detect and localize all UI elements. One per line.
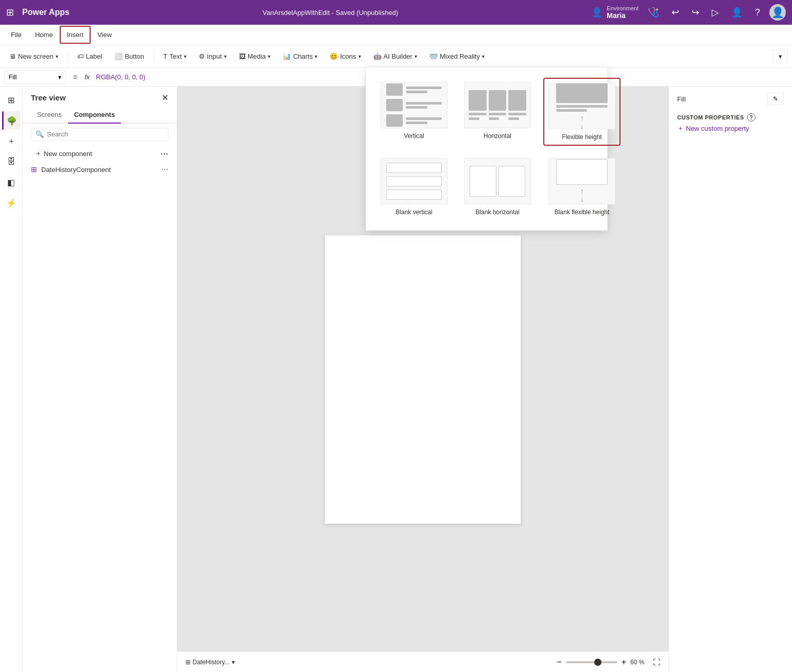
new-screen-button[interactable]: 🖥 New screen ▾	[4, 50, 63, 63]
mixed-reality-icon: 🥽	[429, 53, 438, 60]
equals-button[interactable]: =	[70, 72, 80, 82]
fill-selector[interactable]: Fill ▾	[4, 71, 66, 84]
charts-chevron: ▾	[315, 54, 317, 59]
canvas-frame	[325, 235, 521, 524]
new-screen-chevron: ▾	[56, 54, 58, 59]
fx-label: fx	[84, 73, 90, 81]
media-button[interactable]: 🖼 Media ▾	[234, 50, 276, 63]
dropdown-item-blank-horizontal[interactable]: Blank horizontal	[460, 154, 535, 220]
blank-vertical-label: Blank vertical	[395, 209, 432, 216]
dropdown-item-blank-flexible-height[interactable]: ↑ ↓ Blank flexible height	[543, 154, 621, 220]
custom-props-header: CUSTOM PROPERTIES ?	[677, 113, 784, 122]
separator-1	[67, 50, 68, 63]
tree-item-more-icon[interactable]: ⋯	[161, 165, 168, 174]
sidebar-power-icon[interactable]: ⚡	[2, 194, 21, 212]
button-icon: ⬜	[114, 53, 123, 60]
tree-view-close-button[interactable]: ✕	[162, 93, 168, 102]
dropdown-item-horizontal[interactable]: Horizontal	[460, 78, 535, 146]
flexible-height-thumb: ↑ ↓	[548, 83, 615, 129]
custom-props-help-icon[interactable]: ?	[747, 113, 755, 122]
tab-screens[interactable]: Screens	[31, 107, 68, 124]
fill-selector-chevron: ▾	[58, 74, 61, 81]
app-name: Power Apps	[22, 8, 70, 17]
label-button[interactable]: 🏷 Label	[72, 50, 108, 63]
bottom-bar: ⊞ DateHistory... ▾ − + 60 % ⛶	[177, 651, 668, 672]
vertical-label: Vertical	[404, 132, 424, 140]
fill-label: Fill	[677, 95, 686, 103]
blank-horizontal-thumb	[464, 158, 531, 204]
undo-icon[interactable]: ↩	[667, 5, 683, 20]
dropdown-item-flexible-height[interactable]: ↑ ↓ Flexible height	[543, 78, 621, 146]
bottom-tab-chevron: ▾	[232, 659, 235, 666]
tree-items: ⊞ DateHistoryComponent ⋯	[23, 162, 177, 672]
new-component-more-button[interactable]: ⋯	[160, 149, 168, 159]
ai-builder-button[interactable]: 🤖 AI Builder ▾	[368, 50, 422, 63]
separator-2	[153, 50, 154, 63]
new-component-plus-icon: ＋	[35, 149, 42, 158]
label-icon: 🏷	[77, 53, 84, 60]
left-sidebar-icons: ⊞ 🌳 ＋ 🗄 ◧ ⚡	[0, 87, 23, 672]
ai-builder-chevron: ▾	[415, 54, 417, 59]
avatar[interactable]: 👤	[769, 4, 786, 21]
tree-actions: ＋ New component ⋯	[23, 145, 177, 162]
tree-item-left: ⊞ DateHistoryComponent	[31, 165, 111, 174]
icons-button[interactable]: 😊 Icons ▾	[324, 50, 366, 63]
input-button[interactable]: ⚙ Input ▾	[194, 50, 232, 63]
tree-view-title: Tree view	[31, 93, 66, 102]
menu-insert[interactable]: Insert	[60, 26, 91, 44]
tab-components[interactable]: Components	[68, 107, 121, 124]
zoom-out-button[interactable]: −	[557, 658, 561, 667]
search-input[interactable]	[47, 130, 164, 138]
button-button[interactable]: ⬜ Button	[109, 50, 149, 63]
sidebar-component-icon[interactable]: ◧	[2, 173, 21, 192]
charts-button[interactable]: 📊 Charts ▾	[278, 50, 322, 63]
dropdown-grid: Vertical	[376, 78, 597, 220]
zoom-slider-thumb	[594, 659, 601, 666]
menu-file[interactable]: File	[4, 26, 28, 43]
vertical-thumb	[381, 82, 447, 128]
toolbar: 🖥 New screen ▾ 🏷 Label ⬜ Button T Text ▾…	[0, 45, 792, 68]
new-screen-icon: 🖥	[9, 53, 16, 60]
search-icon: 🔍	[36, 130, 44, 138]
waffle-icon[interactable]: ⊞	[6, 7, 14, 18]
help-icon[interactable]: 🩺	[644, 5, 663, 20]
horizontal-thumb	[464, 82, 531, 128]
dropdown-item-blank-vertical[interactable]: Blank vertical	[376, 154, 452, 220]
bottom-tab[interactable]: ⊞ DateHistory... ▾	[185, 659, 235, 666]
expand-button[interactable]: ⛶	[653, 658, 660, 666]
fill-color-button[interactable]: ✎	[767, 93, 784, 105]
redo-icon[interactable]: ↪	[687, 5, 703, 20]
horizontal-label: Horizontal	[484, 132, 511, 140]
question-icon[interactable]: ?	[751, 5, 764, 20]
new-component-button[interactable]: ＋ New component	[31, 147, 96, 160]
tree-tabs: Screens Components	[23, 107, 177, 124]
sidebar-add-icon[interactable]: ＋	[2, 132, 21, 150]
tree-view-panel: Tree view ✕ Screens Components 🔍 ＋ New c…	[23, 87, 177, 672]
menu-view[interactable]: View	[91, 26, 118, 43]
zoom-slider[interactable]	[566, 661, 617, 663]
charts-icon: 📊	[283, 53, 291, 60]
mixed-reality-button[interactable]: 🥽 Mixed Reality ▾	[424, 50, 490, 63]
blank-horizontal-label: Blank horizontal	[475, 209, 519, 216]
icons-chevron: ▾	[358, 54, 361, 59]
top-bar-actions: 🩺 ↩ ↪ ▷ 👤 ?	[644, 5, 764, 20]
user-icon[interactable]: 👤	[727, 5, 747, 20]
more-button[interactable]: ▾	[773, 49, 788, 63]
new-custom-property-button[interactable]: ＋ New custom property	[677, 122, 749, 135]
tree-item[interactable]: ⊞ DateHistoryComponent ⋯	[23, 162, 177, 177]
env-section: 👤 Environment Maria	[591, 5, 639, 20]
flexible-height-label: Flexible height	[562, 133, 601, 141]
text-button[interactable]: T Text ▾	[158, 50, 192, 63]
run-icon[interactable]: ▷	[708, 5, 723, 20]
zoom-in-button[interactable]: +	[622, 658, 626, 667]
component-icon: ⊞	[31, 165, 37, 174]
sidebar-tree-icon[interactable]: 🌳	[2, 111, 21, 130]
icons-icon: 😊	[330, 53, 338, 60]
dropdown-item-vertical[interactable]: Vertical	[376, 78, 452, 146]
sidebar-data-icon[interactable]: 🗄	[2, 152, 21, 171]
sidebar-home-icon[interactable]: ⊞	[2, 91, 21, 109]
menu-home[interactable]: Home	[28, 26, 60, 43]
tree-item-label: DateHistoryComponent	[41, 166, 111, 174]
blank-flexible-height-thumb: ↑ ↓	[548, 158, 615, 204]
env-name: Maria	[607, 11, 639, 20]
